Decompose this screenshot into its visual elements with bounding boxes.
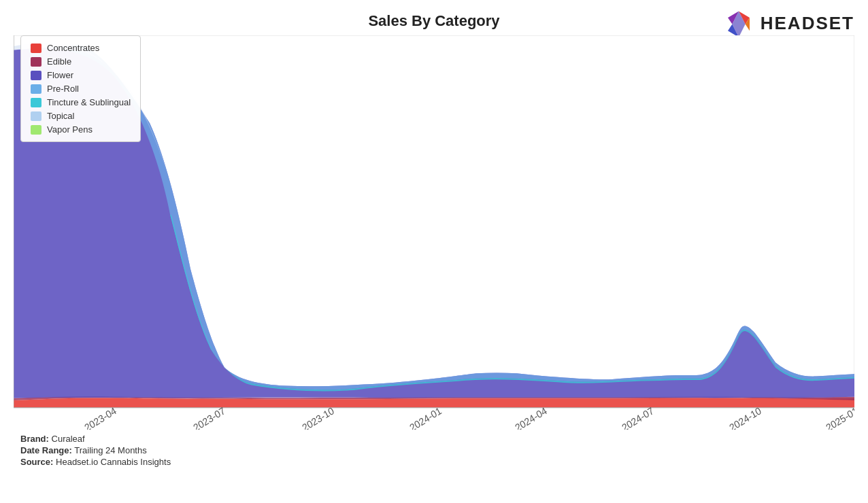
legend-swatch — [31, 98, 41, 107]
footer-info: Brand: Curaleaf Date Range: Trailing 24 … — [0, 430, 868, 467]
legend-box: ConcentratesEdibleFlowerPre-RollTincture… — [20, 35, 141, 142]
legend-item: Pre-Roll — [31, 84, 131, 94]
legend-label: Flower — [47, 70, 73, 80]
legend-label: Concentrates — [47, 43, 99, 53]
legend-label: Tincture & Sublingual — [47, 97, 131, 107]
legend-swatch — [31, 71, 41, 80]
legend-item: Edible — [31, 56, 131, 67]
brand-value: Curaleaf — [52, 434, 85, 444]
date-range-line: Date Range: Trailing 24 Months — [20, 445, 848, 455]
svg-text:2024-07: 2024-07 — [620, 405, 656, 430]
legend-label: Pre-Roll — [47, 84, 79, 94]
legend-label: Vapor Pens — [47, 124, 93, 135]
svg-text:2023-10: 2023-10 — [301, 405, 336, 430]
legend-swatch — [31, 111, 41, 121]
brand-line: Brand: Curaleaf — [20, 434, 848, 444]
svg-text:2024-10: 2024-10 — [728, 405, 763, 430]
svg-text:2024-04: 2024-04 — [514, 405, 549, 430]
legend-item: Topical — [31, 111, 131, 121]
chart-area: ConcentratesEdibleFlowerPre-RollTincture… — [14, 35, 854, 430]
legend-label: Topical — [47, 111, 74, 121]
legend-swatch — [31, 125, 41, 135]
chart-title: Sales By Category — [368, 12, 499, 30]
legend-item: Vapor Pens — [31, 124, 131, 135]
source-label: Source: — [20, 457, 53, 467]
legend-label: Edible — [47, 56, 71, 67]
svg-text:2023-04: 2023-04 — [83, 405, 118, 430]
legend-swatch — [31, 57, 41, 67]
svg-text:2024-01: 2024-01 — [408, 405, 444, 430]
headset-logo-icon — [722, 7, 755, 39]
date-range-value: Trailing 24 Months — [74, 445, 146, 455]
logo-container: HEADSET — [722, 7, 854, 39]
logo-text: HEADSET — [761, 13, 854, 34]
legend-swatch — [31, 44, 41, 53]
legend-item: Concentrates — [31, 43, 131, 53]
legend-swatch — [31, 84, 41, 94]
chart-header: Sales By Category HEADSET — [0, 0, 868, 35]
page-container: Sales By Category HEADSET C — [0, 0, 868, 503]
legend-item: Tincture & Sublingual — [31, 97, 131, 107]
legend-item: Flower — [31, 70, 131, 80]
date-range-label: Date Range: — [20, 445, 72, 455]
svg-text:2023-07: 2023-07 — [192, 405, 227, 430]
svg-text:2025-01: 2025-01 — [824, 405, 854, 430]
source-value: Headset.io Cannabis Insights — [56, 457, 171, 467]
source-line: Source: Headset.io Cannabis Insights — [20, 457, 848, 467]
brand-label: Brand: — [20, 434, 49, 444]
